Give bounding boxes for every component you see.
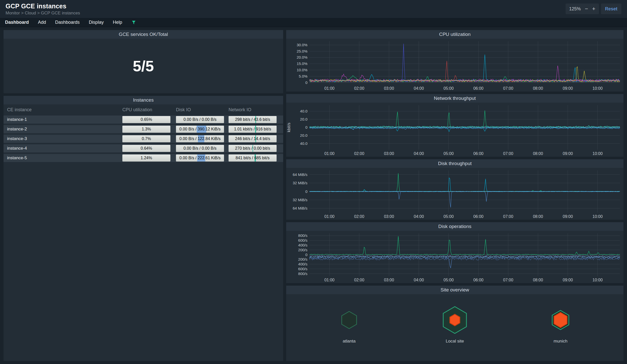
column-header-instance: CE instance bbox=[4, 107, 122, 112]
cpu-utilization-perfometer[interactable]: 0.7% bbox=[122, 135, 170, 142]
filter-icon[interactable] bbox=[131, 20, 136, 25]
cpu-utilization-panel-title[interactable]: CPU utilization bbox=[286, 30, 623, 39]
disk-operations-graph[interactable]: 01:0002:0003:0004:0005:0006:0007:0008:00… bbox=[286, 231, 623, 283]
menu-bar: DashboardAddDashboardsDisplayHelp bbox=[0, 18, 627, 27]
disk-io-perfometer[interactable]: 0.00 B/s / 222.61 KiB/s bbox=[176, 154, 224, 162]
table-row[interactable]: instance-40.64%0.00 B/s / 0.00 B/s270 bi… bbox=[4, 144, 283, 152]
cpu-utilization-perfometer[interactable]: 1.24% bbox=[122, 154, 170, 162]
svg-text:01:00: 01:00 bbox=[324, 278, 334, 282]
perfometer-value: 0.00 B/s / 122.84 KiB/s bbox=[180, 136, 221, 141]
column-header-disk-io: Disk IO bbox=[176, 107, 224, 112]
zoom-in-button[interactable]: + bbox=[592, 6, 595, 12]
gce-services-panel: GCE services OK/Total 5/5 bbox=[4, 30, 283, 93]
page-title: GCP GCE instances bbox=[6, 3, 80, 10]
svg-text:800/s: 800/s bbox=[298, 271, 307, 276]
site-overview-panel-title[interactable]: Site overview bbox=[286, 286, 623, 294]
perfometer-value: 0.00 B/s / 390.12 KiB/s bbox=[180, 127, 221, 131]
site-hexagon[interactable] bbox=[440, 305, 470, 335]
perfometer-value: 1.3% bbox=[142, 127, 151, 131]
cpu-utilization-graph[interactable]: 01:0002:0003:0004:0005:0006:0007:0008:00… bbox=[286, 39, 623, 92]
site-hexagon[interactable] bbox=[334, 305, 364, 335]
instance-name[interactable]: instance-3 bbox=[4, 136, 122, 141]
svg-text:06:00: 06:00 bbox=[473, 151, 483, 156]
site-local-site: Local site bbox=[440, 305, 470, 344]
svg-text:02:00: 02:00 bbox=[354, 86, 364, 90]
svg-text:400/s: 400/s bbox=[298, 262, 307, 266]
instances-table-body: instance-10.65%0.00 B/s / 0.00 B/s298 bi… bbox=[4, 114, 283, 162]
menu-item-add[interactable]: Add bbox=[38, 20, 46, 25]
cpu-utilization-perfometer[interactable]: 0.64% bbox=[122, 145, 170, 152]
svg-text:05:00: 05:00 bbox=[443, 214, 454, 219]
network-io-perfometer[interactable]: 1.01 kbit/s / 916 bit/s bbox=[229, 126, 277, 133]
svg-text:01:00: 01:00 bbox=[324, 86, 334, 90]
svg-text:64 MiB/s: 64 MiB/s bbox=[293, 206, 307, 210]
menu-item-dashboards[interactable]: Dashboards bbox=[55, 20, 80, 25]
column-header-cpu: CPU utilization bbox=[122, 107, 170, 112]
disk-io-perfometer[interactable]: 0.00 B/s / 122.84 KiB/s bbox=[176, 135, 224, 142]
disk-throughput-panel-title[interactable]: Disk throughput bbox=[286, 159, 623, 168]
table-row[interactable]: instance-21.3%0.00 B/s / 390.12 KiB/s1.0… bbox=[4, 125, 283, 133]
svg-text:01:00: 01:00 bbox=[324, 151, 334, 156]
page-header: GCP GCE instances Monitor > Cloud > GCP … bbox=[0, 0, 627, 18]
svg-text:0: 0 bbox=[305, 189, 307, 194]
perfometer-value: 0.7% bbox=[142, 136, 151, 141]
svg-text:600/s: 600/s bbox=[298, 267, 307, 271]
svg-text:30.0%: 30.0% bbox=[297, 43, 307, 47]
network-io-perfometer[interactable]: 298 bit/s / 43.6 bit/s bbox=[229, 116, 277, 123]
disk-io-perfometer[interactable]: 0.00 B/s / 0.00 B/s bbox=[176, 116, 224, 123]
disk-throughput-graph[interactable]: 01:0002:0003:0004:0005:0006:0007:0008:00… bbox=[286, 168, 623, 220]
menu-item-dashboard[interactable]: Dashboard bbox=[5, 20, 29, 25]
perfometer-value: 0.00 B/s / 222.61 KiB/s bbox=[180, 156, 221, 160]
disk-operations-panel-title[interactable]: Disk operations bbox=[286, 222, 623, 231]
svg-text:20.0: 20.0 bbox=[300, 133, 307, 138]
network-io-perfometer[interactable]: 270 bit/s / 0.00 bit/s bbox=[229, 145, 277, 152]
svg-text:400/s: 400/s bbox=[298, 243, 307, 247]
svg-text:40.0: 40.0 bbox=[300, 109, 307, 113]
site-hexagon[interactable] bbox=[545, 305, 576, 335]
menu-item-display[interactable]: Display bbox=[89, 20, 104, 25]
perfometer-value: 0.00 B/s / 0.00 B/s bbox=[184, 146, 217, 151]
zoom-controls: 125% − + Reset bbox=[566, 4, 621, 14]
network-io-perfometer[interactable]: 841 bit/s / 685 bit/s bbox=[229, 154, 277, 162]
column-header-network-io: Network IO bbox=[229, 107, 277, 112]
svg-text:06:00: 06:00 bbox=[473, 86, 483, 90]
instances-panel-title[interactable]: Instances bbox=[4, 96, 283, 104]
instance-name[interactable]: instance-5 bbox=[4, 155, 122, 161]
svg-text:0: 0 bbox=[305, 253, 307, 257]
breadcrumb[interactable]: Monitor > Cloud > GCP GCE instances bbox=[6, 11, 80, 16]
svg-text:05:00: 05:00 bbox=[443, 86, 454, 90]
network-throughput-graph[interactable]: 01:0002:0003:0004:0005:0006:0007:0008:00… bbox=[286, 103, 623, 157]
zoom-reset-button[interactable]: Reset bbox=[601, 4, 621, 14]
cpu-utilization-perfometer[interactable]: 1.3% bbox=[122, 126, 170, 133]
svg-text:64 MiB/s: 64 MiB/s bbox=[293, 172, 307, 177]
svg-text:10.0%: 10.0% bbox=[297, 68, 307, 72]
svg-text:40.0: 40.0 bbox=[300, 141, 307, 146]
svg-text:04:00: 04:00 bbox=[414, 86, 424, 90]
disk-io-perfometer[interactable]: 0.00 B/s / 0.00 B/s bbox=[176, 145, 224, 152]
menu-item-help[interactable]: Help bbox=[113, 20, 122, 25]
network-throughput-panel-title[interactable]: Network throughput bbox=[286, 94, 623, 103]
instance-name[interactable]: instance-1 bbox=[4, 117, 122, 122]
network-io-perfometer[interactable]: 246 bit/s / 14.4 bit/s bbox=[229, 135, 277, 142]
svg-text:05:00: 05:00 bbox=[443, 151, 454, 156]
cpu-utilization-perfometer[interactable]: 0.65% bbox=[122, 116, 170, 123]
perfometer-value: 298 bit/s / 43.6 bit/s bbox=[235, 117, 270, 122]
site-label: Local site bbox=[446, 339, 464, 344]
gce-services-panel-title[interactable]: GCE services OK/Total bbox=[4, 30, 283, 39]
table-row[interactable]: instance-10.65%0.00 B/s / 0.00 B/s298 bi… bbox=[4, 116, 283, 124]
svg-text:01:00: 01:00 bbox=[324, 214, 334, 219]
svg-text:5.0%: 5.0% bbox=[299, 74, 307, 78]
svg-text:0: 0 bbox=[305, 80, 307, 85]
site-overview-panel: Site overview atlantaLocal sitemunich bbox=[286, 286, 623, 361]
instance-name[interactable]: instance-2 bbox=[4, 127, 122, 132]
gce-services-ok-total-value[interactable]: 5/5 bbox=[4, 39, 283, 93]
svg-text:15.0%: 15.0% bbox=[297, 61, 307, 66]
table-row[interactable]: instance-30.7%0.00 B/s / 122.84 KiB/s246… bbox=[4, 135, 283, 143]
perfometer-value: 1.01 kbit/s / 916 bit/s bbox=[234, 127, 271, 131]
svg-text:02:00: 02:00 bbox=[354, 151, 364, 156]
table-row[interactable]: instance-51.24%0.00 B/s / 222.61 KiB/s84… bbox=[4, 154, 283, 162]
disk-io-perfometer[interactable]: 0.00 B/s / 390.12 KiB/s bbox=[176, 126, 224, 133]
zoom-out-button[interactable]: − bbox=[585, 6, 588, 12]
svg-text:03:00: 03:00 bbox=[384, 214, 394, 219]
instance-name[interactable]: instance-4 bbox=[4, 146, 122, 151]
